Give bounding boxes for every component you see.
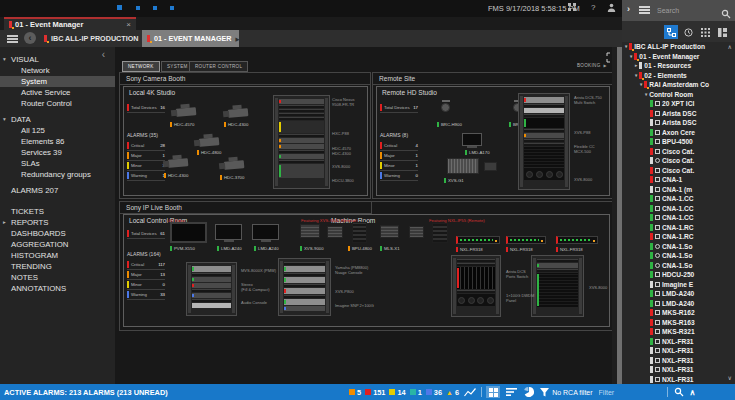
- tree-item-cisco-cat[interactable]: Cisco Cat.: [622, 156, 735, 166]
- server-device[interactable]: [300, 224, 320, 238]
- close-icon[interactable]: ×: [126, 20, 131, 29]
- rca-filter-button[interactable]: No RCA filter: [540, 388, 592, 397]
- port-panel[interactable]: [456, 236, 500, 244]
- sidebar-item-visual[interactable]: ▾VISUAL: [0, 54, 115, 65]
- tree-item-cna-1-so[interactable]: CNA-1.So: [622, 242, 735, 252]
- tree-item-02-elements[interactable]: ▾02 - Elements: [622, 71, 735, 81]
- tree-item-cna-1-m[interactable]: CNA-1 (m: [622, 185, 735, 195]
- alarm-count-badge[interactable]: 5: [349, 388, 361, 397]
- sidebar-item-notes[interactable]: NOTES: [0, 272, 115, 283]
- tree-item-cisco-cat[interactable]: Cisco Cat.: [622, 147, 735, 157]
- equipment-rack[interactable]: [531, 255, 584, 317]
- sidebar-item-annotations[interactable]: ANNOTATIONS: [0, 283, 115, 294]
- scroll-up-icon[interactable]: ∧: [728, 43, 732, 50]
- caret-down-icon[interactable]: ▾: [640, 82, 642, 87]
- canvas-tab-router-control[interactable]: ROUTER CONTROL: [189, 61, 248, 72]
- caret-right-icon[interactable]: ▸: [635, 63, 637, 68]
- help-icon[interactable]: ?: [591, 3, 595, 13]
- pie-chart-icon[interactable]: [522, 386, 536, 398]
- sidebar-item-histogram[interactable]: HISTOGRAM: [0, 250, 115, 261]
- rack-photo[interactable]: [352, 222, 367, 243]
- grid-view-icon[interactable]: [698, 25, 712, 39]
- caret-down-icon[interactable]: ▾: [625, 44, 627, 49]
- caret-down-icon[interactable]: ▾: [635, 73, 637, 78]
- sidebar-item-tickets[interactable]: TICKETS: [0, 206, 115, 217]
- sidebar-item-network[interactable]: Network: [0, 65, 115, 76]
- tree-item-cna-1-rc[interactable]: CNA-1.RC: [622, 223, 735, 233]
- filter-input[interactable]: [597, 386, 663, 398]
- tree-item-cna-1-cc[interactable]: CNA-1.CC: [622, 213, 735, 223]
- caret-right-icon[interactable]: ▸: [3, 217, 6, 228]
- sidebar-item-redundancy-groups[interactable]: Redundancy groups: [0, 169, 115, 180]
- alarm-count-badge[interactable]: 151: [365, 388, 385, 397]
- tree-item-lmd-a240[interactable]: LMD-A240: [622, 299, 735, 309]
- alarm-count-badge[interactable]: 14: [389, 388, 405, 397]
- breadcrumb-current[interactable]: 01 - EVENT MANAGER ▶: [142, 30, 239, 47]
- user-icon[interactable]: [607, 3, 616, 15]
- tree-item-01-resources[interactable]: ▸01 - Resources: [622, 61, 735, 71]
- tree-item-lmd-a240[interactable]: LMD-A240: [622, 289, 735, 299]
- tree-item-cna-1[interactable]: CNA-1: [622, 175, 735, 185]
- tree-item-rai-amsterdam-co[interactable]: ▾RAI Amsterdam Co: [622, 80, 735, 90]
- sidebar-item-elements-86[interactable]: Elements 86: [0, 136, 115, 147]
- sidebar-item-system[interactable]: System: [0, 76, 115, 87]
- tree-item-cna-1-rc[interactable]: CNA-1.RC: [622, 232, 735, 242]
- sidebar-item-slas[interactable]: SLAs: [0, 158, 115, 169]
- search-input[interactable]: [655, 3, 713, 18]
- tree-item-control-room[interactable]: ▾Control Room: [622, 90, 735, 100]
- caret-down-icon[interactable]: ▾: [3, 114, 6, 125]
- tree-item-cna-1-cc[interactable]: CNA-1.CC: [622, 194, 735, 204]
- sidebar-item-dashboards[interactable]: DASHBOARDS: [0, 228, 115, 239]
- equipment-rack[interactable]: [451, 255, 501, 317]
- sidebar-item-reports[interactable]: ▸REPORTS: [0, 217, 115, 228]
- port-panel[interactable]: [506, 236, 546, 244]
- tree-item-nxl-fr31[interactable]: NXL-FR31: [622, 337, 735, 347]
- studio-camera[interactable]: [164, 153, 191, 171]
- tree-item-nxl-fr31[interactable]: NXL-FR31: [622, 356, 735, 366]
- tree-item-01-event-manager[interactable]: ▾01 - Event Manager: [622, 52, 735, 62]
- search-icon[interactable]: [672, 386, 686, 398]
- equipment-rack[interactable]: [278, 258, 331, 316]
- tree-item-mks-r162[interactable]: MKS-R162: [622, 308, 735, 318]
- device-box[interactable]: [484, 162, 497, 171]
- sidebar-item-data[interactable]: ▾DATA: [0, 114, 115, 125]
- tile-view-icon[interactable]: [486, 386, 500, 398]
- notification-square[interactable]: [136, 6, 140, 10]
- equipment-rack[interactable]: [273, 95, 330, 189]
- breadcrumb-root[interactable]: IBC ALL-IP PRODUCTION ▶: [44, 30, 146, 47]
- menu-icon[interactable]: [639, 6, 650, 8]
- caret-down-icon[interactable]: ▾: [645, 92, 647, 97]
- tree-item-imagine-e[interactable]: Imagine E: [622, 280, 735, 290]
- tree-item-mks-r163[interactable]: MKS-R163: [622, 318, 735, 328]
- alarm-count-badge[interactable]: 1: [410, 388, 422, 397]
- canvas-tab-network[interactable]: NETWORK: [122, 61, 160, 72]
- tree-item-20-xpt-ici[interactable]: 20 XPT ICI: [622, 99, 735, 109]
- clock-icon[interactable]: [681, 25, 695, 39]
- tree-item-mks-r321[interactable]: MKS-R321: [622, 327, 735, 337]
- tree-item-ibc-all-ip-production[interactable]: ▾IBC ALL-IP Production: [622, 42, 735, 52]
- warning-count-badge[interactable]: ▲ 6: [446, 388, 459, 397]
- tree-item-nxl-fr31[interactable]: NXL-FR31: [622, 375, 735, 385]
- tv-monitor[interactable]: [170, 222, 207, 243]
- sidebar-item-alarms-207[interactable]: ALARMS 207: [0, 185, 115, 196]
- tree-item-arista-dsc[interactable]: Arista DSC: [622, 118, 735, 128]
- caret-down-icon[interactable]: ▾: [3, 54, 6, 65]
- sidebar-item-active-service[interactable]: Active Service: [0, 87, 115, 98]
- notification-square[interactable]: [153, 6, 157, 10]
- server-device[interactable]: [409, 226, 424, 238]
- tree-item-nxl-fr31[interactable]: NXL-FR31: [622, 346, 735, 356]
- equipment-rack[interactable]: [518, 93, 570, 190]
- rack-photo[interactable]: [432, 223, 448, 243]
- monitor[interactable]: [462, 133, 482, 146]
- tree-item-cna-1-so[interactable]: CNA-1.So: [622, 251, 735, 261]
- apps-grid-icon[interactable]: [568, 3, 576, 14]
- sidebar-item-services-39[interactable]: Services 39: [0, 147, 115, 158]
- tree-item-cisco-cat[interactable]: Cisco Cat.: [622, 166, 735, 176]
- port-panel[interactable]: [556, 236, 598, 244]
- notification-square[interactable]: [170, 6, 174, 10]
- back-button[interactable]: ‹: [24, 32, 36, 44]
- tree-view-icon[interactable]: [664, 25, 678, 39]
- tree-item-nxl-fr31[interactable]: NXL-FR31: [622, 365, 735, 375]
- vision-mixer[interactable]: [447, 158, 479, 174]
- studio-camera[interactable]: [172, 102, 199, 120]
